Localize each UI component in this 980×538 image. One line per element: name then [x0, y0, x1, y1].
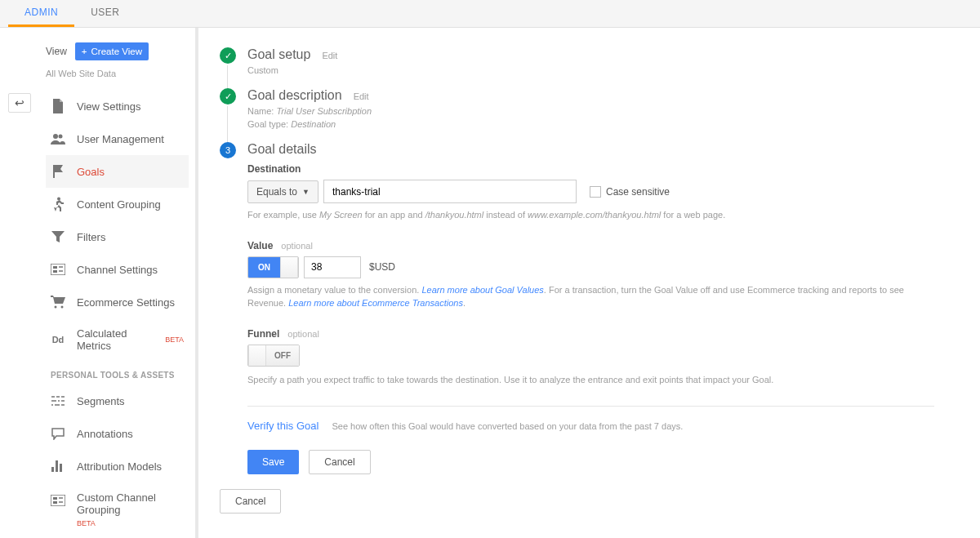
- back-button[interactable]: ↩: [8, 93, 31, 113]
- annotations-icon: [51, 426, 65, 441]
- value-amount-input[interactable]: [304, 256, 361, 278]
- svg-rect-4: [53, 266, 57, 269]
- value-hint: Assign a monetary value to the conversio…: [247, 283, 934, 310]
- beta-badge: BETA: [77, 519, 96, 527]
- match-type-select[interactable]: Equals to ▼: [247, 180, 318, 203]
- case-sensitive-option[interactable]: Case sensitive: [590, 186, 670, 198]
- case-sensitive-label: Case sensitive: [606, 186, 670, 198]
- svg-rect-8: [51, 467, 54, 472]
- svg-rect-11: [51, 495, 65, 506]
- nav-label: Goals: [77, 166, 105, 178]
- nav-label: Attribution Models: [77, 460, 162, 473]
- value-label: Value: [247, 240, 273, 251]
- top-tabs: ADMIN USER: [0, 0, 980, 28]
- svg-point-1: [59, 135, 63, 139]
- nav-content-grouping[interactable]: Content Grouping: [46, 188, 189, 220]
- filter-icon: [51, 229, 65, 244]
- save-button[interactable]: Save: [247, 450, 299, 474]
- file-icon: [51, 99, 65, 113]
- step-3-title: Goal details: [247, 142, 317, 157]
- nav-label: Ecommerce Settings: [77, 296, 175, 309]
- svg-point-2: [57, 198, 60, 201]
- users-icon: [51, 131, 65, 146]
- step-1-badge: ✓: [220, 47, 236, 64]
- funnel-hint: Specify a path you expect traffic to tak…: [247, 373, 934, 387]
- nav-label: Channel Settings: [77, 264, 158, 276]
- match-type-value: Equals to: [256, 186, 297, 198]
- view-label: View: [46, 46, 67, 57]
- step-1-subtext: Custom: [247, 65, 934, 75]
- personal-section-head: PERSONAL TOOLS & ASSETS: [46, 361, 189, 385]
- svg-rect-9: [56, 460, 58, 472]
- goal-values-link[interactable]: Learn more about Goal Values: [421, 285, 543, 295]
- channel-icon: [51, 493, 65, 508]
- nav-channel-settings[interactable]: Channel Settings: [46, 253, 189, 286]
- verify-goal-link[interactable]: Verify this Goal: [247, 420, 318, 432]
- check-icon: ✓: [225, 51, 232, 61]
- step-2-title: Goal description: [247, 88, 342, 103]
- funnel-toggle[interactable]: OFF: [247, 345, 300, 367]
- svg-rect-10: [60, 464, 62, 472]
- currency-label: $USD: [369, 261, 395, 273]
- toggle-off-label: OFF: [266, 345, 299, 366]
- checkbox-icon: [590, 186, 601, 198]
- value-optional: optional: [281, 241, 313, 251]
- main-content: ✓ Goal setup Edit Custom ✓: [198, 28, 980, 538]
- verify-desc: See how often this Goal would have conve…: [332, 421, 683, 431]
- create-view-button[interactable]: + Create View: [75, 42, 149, 60]
- back-arrow-icon: ↩: [15, 96, 24, 109]
- svg-rect-3: [51, 264, 65, 275]
- step-1-title: Goal setup: [247, 47, 310, 62]
- toggle-on-label: ON: [248, 257, 280, 278]
- nav-filters[interactable]: Filters: [46, 220, 189, 253]
- nav-label: Custom Channel Grouping: [77, 491, 156, 516]
- nav-label: View Settings: [77, 100, 141, 113]
- nav-label: Calculated Metrics: [77, 327, 152, 352]
- nav-label: User Management: [77, 133, 164, 145]
- step-2-edit-link[interactable]: Edit: [354, 91, 369, 101]
- nav-label: Annotations: [77, 428, 133, 440]
- nav-attribution-models[interactable]: Attribution Models: [46, 450, 189, 482]
- funnel-optional: optional: [287, 329, 319, 339]
- cart-icon: [51, 295, 65, 309]
- step-2-type: Goal type: Destination: [247, 119, 934, 129]
- outer-cancel-button[interactable]: Cancel: [220, 489, 281, 514]
- tab-user[interactable]: USER: [74, 0, 136, 27]
- step-3-badge: 3: [220, 142, 236, 158]
- beta-badge: BETA: [165, 336, 184, 344]
- step-1-edit-link[interactable]: Edit: [322, 51, 337, 60]
- nav-label: Segments: [77, 395, 125, 407]
- svg-point-0: [53, 134, 58, 139]
- plus-icon: +: [82, 47, 87, 56]
- nav-goals[interactable]: Goals: [46, 155, 189, 188]
- destination-hint: For example, use My Screen for an app an…: [247, 208, 934, 222]
- tab-admin[interactable]: ADMIN: [8, 0, 74, 27]
- svg-point-7: [61, 306, 64, 309]
- nav-ecommerce-settings[interactable]: Ecommerce Settings: [46, 286, 189, 318]
- dropdown-icon: ▼: [302, 188, 310, 196]
- destination-label: Destination: [247, 163, 301, 175]
- sidebar: View + Create View All Web Site Data Vie…: [39, 28, 198, 538]
- check-icon: ✓: [225, 91, 232, 102]
- value-toggle[interactable]: ON: [247, 256, 299, 278]
- nav-custom-channel-grouping[interactable]: Custom Channel Grouping BETA: [46, 482, 189, 537]
- svg-rect-5: [53, 270, 57, 273]
- ecommerce-transactions-link[interactable]: Learn more about Ecommerce Transactions: [288, 298, 463, 308]
- svg-point-6: [55, 306, 57, 309]
- toggle-knob: [248, 345, 266, 366]
- channel-icon: [51, 262, 65, 277]
- cancel-button[interactable]: Cancel: [309, 450, 370, 474]
- step-2-badge: ✓: [220, 88, 236, 104]
- svg-rect-13: [53, 501, 57, 504]
- flag-icon: [51, 164, 65, 179]
- toggle-knob: [280, 257, 298, 278]
- nav-view-settings[interactable]: View Settings: [46, 90, 189, 122]
- person-run-icon: [51, 197, 65, 211]
- segments-icon: [51, 393, 65, 408]
- nav-annotations[interactable]: Annotations: [46, 417, 189, 450]
- nav-segments[interactable]: Segments: [46, 385, 189, 417]
- all-data-label: All Web Site Data: [46, 69, 189, 78]
- nav-user-management[interactable]: User Management: [46, 122, 189, 155]
- destination-input[interactable]: [323, 180, 577, 203]
- nav-calculated-metrics[interactable]: Dd Calculated Metrics BETA: [46, 318, 189, 361]
